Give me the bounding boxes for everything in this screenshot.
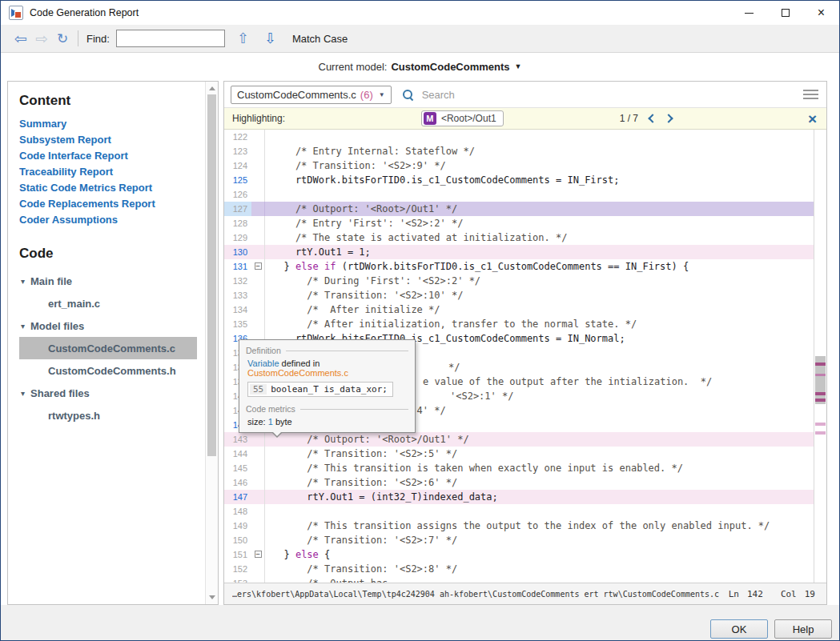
collapse-toggle-icon[interactable]: − bbox=[255, 551, 262, 558]
match-case-toggle[interactable]: Match Case bbox=[292, 33, 348, 45]
line-number: 129 bbox=[224, 230, 251, 245]
file-dropdown[interactable]: CustomCodeComments.c (6) ▼ bbox=[231, 86, 392, 104]
sidebar-scroll-thumb[interactable] bbox=[207, 94, 216, 456]
model-dropdown-icon[interactable]: ▼ bbox=[515, 62, 522, 70]
sidebar-scrollbar[interactable] bbox=[205, 82, 218, 604]
tree-group-item[interactable]: ▾Model files bbox=[19, 314, 197, 337]
menu-icon[interactable] bbox=[803, 87, 818, 102]
column-label: Col bbox=[781, 589, 797, 599]
highlight-mark[interactable] bbox=[815, 392, 826, 395]
line-number: 151 bbox=[224, 547, 251, 562]
scroll-down-icon[interactable] bbox=[209, 595, 215, 599]
code-scrollbar[interactable] bbox=[814, 130, 826, 583]
tree-item-label: Model files bbox=[30, 320, 84, 332]
code-text: } else { bbox=[264, 547, 814, 562]
tree-file-item[interactable]: CustomCodeComments.h bbox=[19, 359, 197, 382]
help-button[interactable]: Help bbox=[774, 619, 832, 639]
file-dropdown-count: (6) bbox=[360, 89, 373, 101]
code-text: rtDWork.bitsForTID0.is_c1_CustomCodeComm… bbox=[264, 173, 814, 187]
fold-column bbox=[251, 576, 264, 583]
code-line: 144 /* Transition: '<S2>:5' */ bbox=[224, 447, 814, 461]
sidebar-link[interactable]: Subsystem Report bbox=[19, 132, 205, 148]
code-line: 122 bbox=[224, 130, 814, 144]
code-toolbar: CustomCodeComments.c (6) ▼ bbox=[224, 82, 826, 108]
close-highlighting-icon[interactable]: × bbox=[808, 111, 817, 126]
tooltip-metrics-label: Code metrics bbox=[246, 404, 295, 414]
highlight-badge[interactable]: M <Root>/Out1 bbox=[421, 110, 504, 126]
tree-file-item[interactable]: CustomCodeComments.c bbox=[19, 337, 197, 359]
tree-group-item[interactable]: ▾Shared files bbox=[19, 382, 197, 404]
tree-collapse-icon[interactable]: ▾ bbox=[21, 277, 25, 286]
sidebar-link[interactable]: Code Replacements Report bbox=[19, 196, 205, 212]
maximize-button[interactable] bbox=[767, 1, 803, 25]
line-value: 142 bbox=[747, 589, 763, 599]
chevron-down-icon: ▼ bbox=[379, 91, 385, 98]
collapse-toggle-icon[interactable]: − bbox=[255, 262, 262, 270]
next-highlight-icon[interactable] bbox=[664, 114, 673, 122]
fold-column: − bbox=[251, 259, 264, 274]
variable-link[interactable]: Variable bbox=[247, 359, 279, 368]
code-text: /* After initialization, transfer to the… bbox=[264, 317, 814, 331]
code-line: 150 /* Transition: '<S2>:7' */ bbox=[224, 533, 814, 547]
code-text bbox=[264, 187, 814, 202]
search-input[interactable] bbox=[420, 88, 797, 102]
code-line: 123 /* Entry Internal: Stateflow */ bbox=[224, 144, 814, 158]
previous-highlight-icon[interactable] bbox=[648, 114, 657, 122]
code-line: 132 /* During 'First': '<S2>:2' */ bbox=[224, 274, 814, 288]
fold-column bbox=[251, 562, 264, 576]
tree-group-item[interactable]: ▾Main file bbox=[19, 270, 197, 292]
tree-file-item[interactable]: rtwtypes.h bbox=[19, 404, 197, 427]
current-model-bar: Current model: CustomCodeComments ▼ bbox=[1, 53, 839, 80]
highlight-mark[interactable] bbox=[815, 374, 826, 376]
ok-button[interactable]: OK bbox=[710, 619, 768, 639]
definition-file-link[interactable]: CustomCodeComments.c bbox=[247, 368, 348, 378]
find-next-icon[interactable]: ⇩ bbox=[260, 31, 281, 46]
tree-collapse-icon[interactable]: ▾ bbox=[21, 322, 25, 331]
code-text: /* Transition: '<S2>:6' */ bbox=[264, 475, 814, 490]
line-number: 124 bbox=[224, 158, 251, 173]
highlighting-label: Highlighting: bbox=[232, 113, 285, 124]
line-number: 148 bbox=[224, 504, 251, 519]
tree-collapse-icon[interactable]: ▾ bbox=[21, 389, 25, 398]
sidebar-link[interactable]: Static Code Metrics Report bbox=[19, 180, 205, 196]
code-text: /* Transition: '<S2>:7' */ bbox=[264, 533, 814, 547]
highlight-mark[interactable] bbox=[815, 363, 826, 366]
variable-tooltip: Definition Variable defined in CustomCod… bbox=[239, 339, 416, 433]
line-number: 149 bbox=[224, 519, 251, 533]
content-heading: Content bbox=[19, 93, 205, 109]
title-bar: Code Generation Report × bbox=[1, 1, 839, 25]
fold-column bbox=[251, 202, 264, 216]
content-links: SummarySubsystem ReportCode Interface Re… bbox=[19, 116, 205, 228]
find-input[interactable] bbox=[116, 30, 225, 47]
close-button[interactable]: × bbox=[803, 1, 839, 25]
tree-item-label: CustomCodeComments.h bbox=[48, 365, 176, 377]
code-line: 151− } else { bbox=[224, 547, 814, 562]
find-previous-icon[interactable]: ⇧ bbox=[233, 31, 254, 46]
sidebar-link[interactable]: Traceability Report bbox=[19, 164, 205, 180]
tree-file-item[interactable]: ert_main.c bbox=[19, 292, 197, 314]
highlight-mark[interactable] bbox=[815, 431, 826, 435]
code-line: 126 bbox=[224, 187, 814, 202]
line-number: 153 bbox=[224, 576, 251, 583]
sidebar-link[interactable]: Summary bbox=[19, 116, 205, 132]
code-line: 146 /* Transition: '<S2>:6' */ bbox=[224, 475, 814, 490]
code-line: 124 /* Transition: '<S2>:9' */ bbox=[224, 158, 814, 173]
line-number: 130 bbox=[224, 245, 251, 259]
code-generation-report-window: Code Generation Report × ⇦ ⇨ ↻ Find: ⇧ ⇩… bbox=[0, 0, 840, 641]
sidebar-link[interactable]: Coder Assumptions bbox=[19, 212, 205, 228]
scroll-up-icon[interactable] bbox=[209, 86, 215, 90]
fold-column bbox=[251, 533, 264, 547]
minimize-button[interactable] bbox=[731, 1, 767, 25]
code-text: /* Transition: '<S2>:9' */ bbox=[264, 158, 814, 173]
back-icon[interactable]: ⇦ bbox=[10, 31, 31, 46]
code-line: 153 /* Output has bbox=[224, 576, 814, 583]
sidebar-link[interactable]: Code Interface Report bbox=[19, 148, 205, 164]
code-line: 145 /* This transition is taken when exa… bbox=[224, 461, 814, 475]
tooltip-definition-label: Definition bbox=[246, 346, 281, 355]
highlight-mark[interactable] bbox=[815, 423, 826, 426]
code-text: /* Transition: '<S2>:8' */ bbox=[264, 562, 814, 576]
current-model-name[interactable]: CustomCodeComments bbox=[391, 61, 509, 73]
refresh-icon[interactable]: ↻ bbox=[52, 32, 73, 46]
highlight-mark[interactable] bbox=[815, 399, 826, 402]
tree-item-label: ert_main.c bbox=[48, 298, 100, 310]
